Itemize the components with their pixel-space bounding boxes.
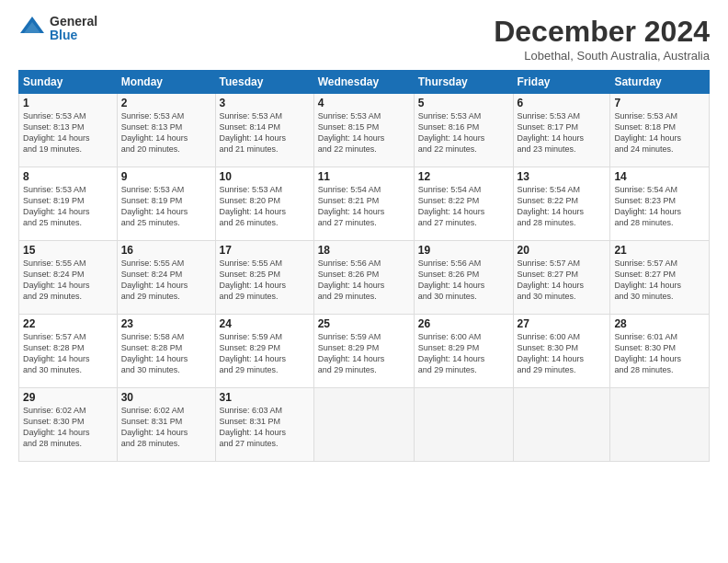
day-detail: Sunrise: 5:55 AMSunset: 8:24 PMDaylight:… [121, 259, 188, 301]
calendar-cell: 15 Sunrise: 5:55 AMSunset: 8:24 PMDaylig… [19, 241, 118, 315]
calendar-row-2: 8 Sunrise: 5:53 AMSunset: 8:19 PMDayligh… [19, 167, 710, 241]
day-number: 4 [318, 97, 410, 109]
calendar-cell: 27 Sunrise: 6:00 AMSunset: 8:30 PMDaylig… [513, 315, 610, 388]
day-detail: Sunrise: 5:57 AMSunset: 8:27 PMDaylight:… [614, 259, 681, 301]
day-detail: Sunrise: 5:59 AMSunset: 8:29 PMDaylight:… [220, 332, 287, 374]
day-detail: Sunrise: 5:54 AMSunset: 8:23 PMDaylight:… [614, 185, 681, 227]
calendar-cell: 2 Sunrise: 5:53 AMSunset: 8:13 PMDayligh… [117, 94, 215, 167]
calendar-cell: 13 Sunrise: 5:54 AMSunset: 8:22 PMDaylig… [513, 167, 610, 241]
day-number: 8 [23, 170, 113, 183]
day-number: 30 [121, 391, 211, 404]
calendar-body: 1 Sunrise: 5:53 AMSunset: 8:13 PMDayligh… [19, 94, 710, 462]
calendar-cell: 18 Sunrise: 5:56 AMSunset: 8:26 PMDaylig… [313, 241, 414, 315]
header-thursday: Thursday [414, 71, 513, 94]
calendar-cell: 6 Sunrise: 5:53 AMSunset: 8:17 PMDayligh… [513, 94, 610, 167]
header-row: Sunday Monday Tuesday Wednesday Thursday… [19, 71, 710, 94]
day-number: 27 [518, 317, 607, 330]
logo-icon [18, 15, 46, 42]
calendar-cell: 22 Sunrise: 5:57 AMSunset: 8:28 PMDaylig… [19, 315, 118, 388]
day-number: 23 [121, 317, 211, 330]
day-number: 31 [220, 391, 310, 404]
day-number: 1 [23, 97, 113, 109]
calendar-cell: 5 Sunrise: 5:53 AMSunset: 8:16 PMDayligh… [414, 94, 513, 167]
calendar-cell: 25 Sunrise: 5:59 AMSunset: 8:29 PMDaylig… [313, 315, 414, 388]
day-detail: Sunrise: 5:55 AMSunset: 8:24 PMDaylight:… [23, 259, 90, 301]
header-sunday: Sunday [19, 71, 118, 94]
calendar-cell: 8 Sunrise: 5:53 AMSunset: 8:19 PMDayligh… [19, 167, 118, 241]
calendar-cell [513, 388, 610, 462]
calendar-cell: 24 Sunrise: 5:59 AMSunset: 8:29 PMDaylig… [215, 315, 313, 388]
day-number: 28 [614, 317, 705, 330]
day-detail: Sunrise: 5:53 AMSunset: 8:13 PMDaylight:… [121, 111, 188, 154]
day-number: 19 [418, 244, 509, 257]
calendar-cell [313, 388, 414, 462]
day-number: 2 [121, 97, 211, 109]
calendar-table: Sunday Monday Tuesday Wednesday Thursday… [18, 70, 710, 462]
day-detail: Sunrise: 5:54 AMSunset: 8:22 PMDaylight:… [518, 185, 585, 227]
day-detail: Sunrise: 5:53 AMSunset: 8:13 PMDaylight:… [23, 111, 90, 154]
logo-general-text: General [50, 15, 97, 29]
day-detail: Sunrise: 6:02 AMSunset: 8:30 PMDaylight:… [23, 406, 90, 448]
header-saturday: Saturday [610, 71, 710, 94]
day-detail: Sunrise: 5:53 AMSunset: 8:18 PMDaylight:… [614, 111, 681, 154]
logo-text: General Blue [50, 15, 97, 43]
day-number: 26 [418, 317, 509, 330]
calendar-cell: 26 Sunrise: 6:00 AMSunset: 8:29 PMDaylig… [414, 315, 513, 388]
day-number: 12 [418, 170, 509, 183]
calendar-cell: 16 Sunrise: 5:55 AMSunset: 8:24 PMDaylig… [117, 241, 215, 315]
day-number: 21 [614, 244, 705, 257]
header-tuesday: Tuesday [215, 71, 313, 94]
day-detail: Sunrise: 5:53 AMSunset: 8:14 PMDaylight:… [220, 111, 287, 154]
day-detail: Sunrise: 5:57 AMSunset: 8:27 PMDaylight:… [518, 259, 585, 301]
day-detail: Sunrise: 5:58 AMSunset: 8:28 PMDaylight:… [121, 332, 188, 374]
day-number: 20 [518, 244, 607, 257]
calendar-cell: 7 Sunrise: 5:53 AMSunset: 8:18 PMDayligh… [610, 94, 710, 167]
day-detail: Sunrise: 5:57 AMSunset: 8:28 PMDaylight:… [23, 332, 90, 374]
header: General Blue December 2024 Lobethal, Sou… [18, 15, 710, 63]
day-number: 29 [23, 391, 113, 404]
calendar-cell: 10 Sunrise: 5:53 AMSunset: 8:20 PMDaylig… [215, 167, 313, 241]
calendar-cell [610, 388, 710, 462]
day-detail: Sunrise: 6:00 AMSunset: 8:29 PMDaylight:… [418, 332, 485, 374]
day-detail: Sunrise: 6:00 AMSunset: 8:30 PMDaylight:… [518, 332, 585, 374]
calendar-cell: 19 Sunrise: 5:56 AMSunset: 8:26 PMDaylig… [414, 241, 513, 315]
day-number: 10 [220, 170, 310, 183]
day-number: 6 [518, 97, 607, 109]
day-number: 25 [318, 317, 410, 330]
calendar-row-5: 29 Sunrise: 6:02 AMSunset: 8:30 PMDaylig… [19, 388, 710, 462]
day-detail: Sunrise: 5:54 AMSunset: 8:21 PMDaylight:… [318, 185, 385, 227]
calendar-cell: 31 Sunrise: 6:03 AMSunset: 8:31 PMDaylig… [215, 388, 313, 462]
day-number: 16 [121, 244, 211, 257]
day-number: 11 [318, 170, 410, 183]
logo: General Blue [18, 15, 97, 43]
day-detail: Sunrise: 5:53 AMSunset: 8:19 PMDaylight:… [23, 185, 90, 227]
calendar-cell: 9 Sunrise: 5:53 AMSunset: 8:19 PMDayligh… [117, 167, 215, 241]
calendar-cell: 11 Sunrise: 5:54 AMSunset: 8:21 PMDaylig… [313, 167, 414, 241]
day-detail: Sunrise: 6:01 AMSunset: 8:30 PMDaylight:… [614, 332, 681, 374]
day-number: 18 [318, 244, 410, 257]
logo-blue-text: Blue [50, 29, 97, 42]
location: Lobethal, South Australia, Australia [494, 49, 710, 63]
header-friday: Friday [513, 71, 610, 94]
day-number: 9 [121, 170, 211, 183]
calendar-cell: 14 Sunrise: 5:54 AMSunset: 8:23 PMDaylig… [610, 167, 710, 241]
calendar-row-3: 15 Sunrise: 5:55 AMSunset: 8:24 PMDaylig… [19, 241, 710, 315]
calendar-cell: 17 Sunrise: 5:55 AMSunset: 8:25 PMDaylig… [215, 241, 313, 315]
calendar-cell: 23 Sunrise: 5:58 AMSunset: 8:28 PMDaylig… [117, 315, 215, 388]
calendar-cell: 1 Sunrise: 5:53 AMSunset: 8:13 PMDayligh… [19, 94, 118, 167]
calendar-cell: 3 Sunrise: 5:53 AMSunset: 8:14 PMDayligh… [215, 94, 313, 167]
day-detail: Sunrise: 5:56 AMSunset: 8:26 PMDaylight:… [418, 259, 485, 301]
day-number: 15 [23, 244, 113, 257]
calendar-cell: 20 Sunrise: 5:57 AMSunset: 8:27 PMDaylig… [513, 241, 610, 315]
day-detail: Sunrise: 5:53 AMSunset: 8:20 PMDaylight:… [220, 185, 287, 227]
day-number: 13 [518, 170, 607, 183]
calendar-row-1: 1 Sunrise: 5:53 AMSunset: 8:13 PMDayligh… [19, 94, 710, 167]
calendar-cell [414, 388, 513, 462]
calendar-cell: 4 Sunrise: 5:53 AMSunset: 8:15 PMDayligh… [313, 94, 414, 167]
header-monday: Monday [117, 71, 215, 94]
day-detail: Sunrise: 5:53 AMSunset: 8:19 PMDaylight:… [121, 185, 188, 227]
day-detail: Sunrise: 5:53 AMSunset: 8:16 PMDaylight:… [418, 111, 485, 154]
day-number: 17 [220, 244, 310, 257]
calendar-cell: 30 Sunrise: 6:02 AMSunset: 8:31 PMDaylig… [117, 388, 215, 462]
day-detail: Sunrise: 5:53 AMSunset: 8:15 PMDaylight:… [318, 111, 385, 154]
